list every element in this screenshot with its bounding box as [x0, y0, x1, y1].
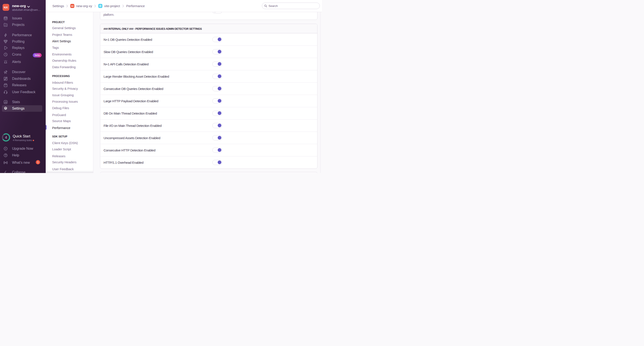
- svg-text:4: 4: [5, 136, 7, 139]
